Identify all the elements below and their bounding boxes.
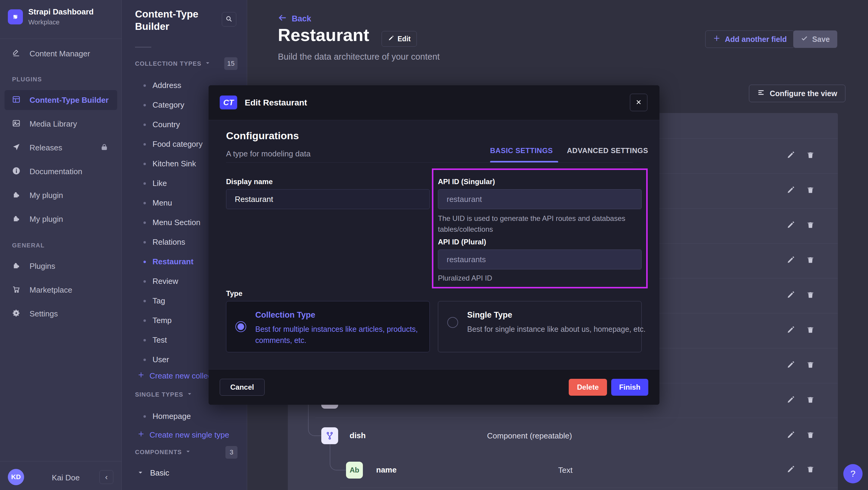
- option-description: Best for multiple instances like article…: [255, 324, 430, 346]
- components-header[interactable]: COMPONENTS: [135, 449, 191, 456]
- search-icon: [225, 16, 233, 24]
- content-type-badge: CT: [220, 95, 237, 110]
- row-divider: [315, 418, 838, 418]
- delete-field-button[interactable]: [806, 431, 815, 440]
- divider: [135, 47, 151, 48]
- delete-field-button[interactable]: [806, 186, 815, 195]
- finish-button[interactable]: Finish: [611, 379, 648, 396]
- media-library-icon: [12, 119, 21, 129]
- collection-type-label: Review: [153, 277, 178, 286]
- brand-subtitle: Workplace: [28, 19, 94, 26]
- edit-field-button[interactable]: [786, 431, 795, 440]
- components-count-badge: 3: [225, 446, 238, 459]
- collection-type-label: Relations: [153, 238, 185, 247]
- single-type-option[interactable]: Single Type Best for single instance lik…: [438, 301, 642, 352]
- edit-button[interactable]: Edit: [381, 31, 417, 47]
- sidebar-item-releases[interactable]: Releases: [4, 138, 117, 158]
- delete-field-button[interactable]: [806, 256, 815, 265]
- component-category-basic[interactable]: Basic: [137, 468, 169, 478]
- delete-field-button[interactable]: [806, 465, 815, 474]
- sidebar-item-marketplace[interactable]: Marketplace: [4, 280, 117, 300]
- delete-field-button[interactable]: [806, 221, 815, 230]
- tab-basic-settings[interactable]: BASIC SETTINGS: [490, 147, 553, 155]
- bullet-icon: [144, 182, 146, 185]
- option-title: Single Type: [467, 310, 513, 320]
- sidebar-item-settings[interactable]: Settings: [4, 304, 117, 324]
- chevron-down-icon: [137, 468, 144, 478]
- divider: [0, 38, 122, 39]
- search-button[interactable]: [222, 12, 236, 27]
- edit-field-button[interactable]: [786, 221, 795, 230]
- main-navigation: Strapi Dashboard Workplace Content Manag…: [0, 0, 122, 490]
- tab-advanced-settings[interactable]: ADVANCED SETTINGS: [567, 147, 648, 155]
- sidebar-item-media-library[interactable]: Media Library: [4, 114, 117, 134]
- sidebar-item-documentation[interactable]: Documentation: [4, 161, 117, 181]
- bullet-icon: [144, 143, 146, 146]
- sidebar-item-content-manager[interactable]: Content Manager: [4, 44, 117, 64]
- api-id-plural-helper: Pluralized API ID: [438, 273, 492, 283]
- save-button[interactable]: Save: [793, 30, 837, 48]
- back-link[interactable]: Back: [278, 13, 311, 24]
- single-type-item[interactable]: Homepage: [135, 406, 247, 426]
- edit-field-button[interactable]: [786, 256, 795, 265]
- edit-field-button[interactable]: [786, 361, 795, 370]
- radio-selected-icon[interactable]: [236, 321, 246, 332]
- configure-view-button[interactable]: Configure the view: [749, 85, 845, 102]
- workspace-switcher[interactable]: Strapi Dashboard Workplace: [8, 7, 94, 26]
- display-name-input[interactable]: [226, 189, 430, 209]
- delete-field-button[interactable]: [806, 291, 815, 300]
- sidebar-item-my-plugin-2[interactable]: My plugin: [4, 209, 117, 229]
- field-type: Text: [558, 466, 572, 475]
- collection-type-label: Menu Section: [153, 218, 200, 227]
- collection-type-option[interactable]: Collection Type Best for multiple instan…: [226, 301, 430, 352]
- edit-field-button[interactable]: [786, 326, 795, 335]
- edit-field-button[interactable]: [786, 186, 795, 195]
- help-button[interactable]: ?: [843, 464, 863, 483]
- delete-button[interactable]: Delete: [569, 379, 607, 396]
- component-category-label: Basic: [150, 468, 169, 478]
- close-modal-button[interactable]: [630, 94, 647, 111]
- api-id-singular-input[interactable]: [438, 189, 642, 209]
- collection-type-label: Menu: [153, 198, 172, 208]
- collapse-sidebar-button[interactable]: ‹: [99, 470, 113, 484]
- collection-type-label: User: [153, 355, 169, 364]
- sidebar-item-content-type-builder[interactable]: Content-Type Builder: [4, 90, 117, 110]
- collection-type-label: Test: [153, 335, 167, 345]
- sidebar-item-label: Content-Type Builder: [30, 95, 108, 105]
- lock-icon: [100, 143, 108, 152]
- create-single-type-link[interactable]: Create new single type: [137, 430, 229, 440]
- radio-unselected-icon[interactable]: [447, 317, 458, 328]
- collection-type-label: Category: [153, 100, 184, 110]
- edit-field-button[interactable]: [786, 151, 795, 160]
- type-label: Type: [226, 289, 242, 298]
- single-types-header[interactable]: SINGLE TYPES: [135, 391, 192, 398]
- collection-types-header[interactable]: COLLECTION TYPES: [135, 60, 210, 67]
- sidebar-item-label: Media Library: [30, 119, 77, 129]
- sidebar-item-my-plugin-1[interactable]: My plugin: [4, 185, 117, 205]
- api-id-singular-label: API ID (Singular): [438, 178, 495, 186]
- puzzle-icon: [12, 214, 21, 224]
- row-actions: [786, 151, 815, 160]
- collection-type-label: Food category: [153, 140, 203, 149]
- delete-field-button[interactable]: [806, 396, 815, 405]
- strapi-app: Strapi Dashboard Workplace Content Manag…: [0, 0, 868, 490]
- cancel-button[interactable]: Cancel: [220, 379, 265, 396]
- edit-field-button[interactable]: [786, 465, 795, 474]
- sidebar-item-plugins[interactable]: Plugins: [4, 256, 117, 276]
- delete-field-button[interactable]: [806, 326, 815, 335]
- puzzle-icon: [12, 190, 21, 200]
- check-icon: [801, 35, 808, 44]
- delete-field-button[interactable]: [806, 361, 815, 370]
- releases-icon: [12, 143, 21, 152]
- user-avatar[interactable]: KD: [8, 469, 24, 485]
- delete-field-button[interactable]: [806, 151, 815, 160]
- edit-field-button[interactable]: [786, 291, 795, 300]
- edit-restaurant-modal: CT Edit Restaurant Configurations A type…: [209, 85, 659, 405]
- divider: [0, 461, 122, 461]
- add-another-field-button[interactable]: Add another field: [705, 30, 795, 48]
- sidebar-item-label: My plugin: [30, 191, 63, 200]
- field-name: dish: [350, 431, 366, 440]
- bullet-icon: [144, 84, 146, 87]
- api-id-plural-input[interactable]: [438, 249, 642, 269]
- edit-field-button[interactable]: [786, 396, 795, 405]
